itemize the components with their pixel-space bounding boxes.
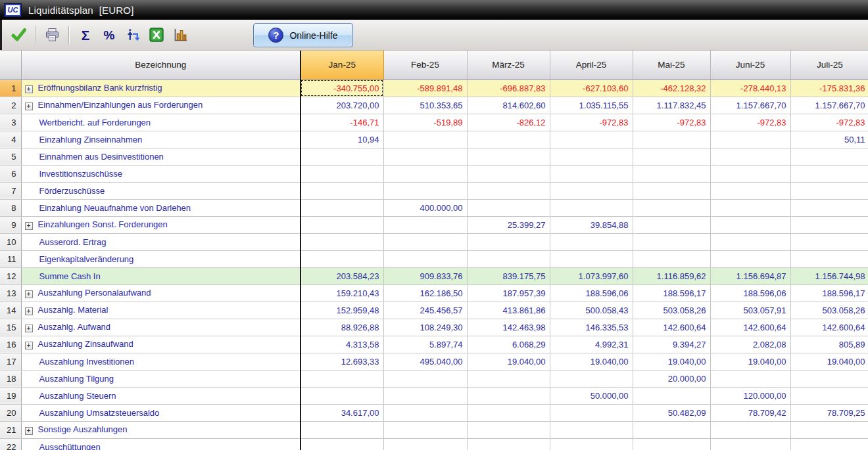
row-label-cell[interactable]: Ausschüttungen bbox=[21, 438, 301, 450]
value-cell[interactable]: 188.596,17 bbox=[790, 284, 868, 302]
confirm-button[interactable] bbox=[7, 23, 30, 47]
value-cell[interactable] bbox=[550, 438, 633, 450]
row-label-cell[interactable]: Summe Cash In bbox=[21, 267, 301, 284]
value-cell[interactable]: 146.335,53 bbox=[550, 319, 633, 336]
value-cell[interactable]: 500.058,43 bbox=[550, 302, 633, 319]
value-cell[interactable]: 19.040,00 bbox=[710, 353, 790, 370]
value-cell[interactable]: -146,71 bbox=[301, 114, 383, 131]
value-cell[interactable] bbox=[467, 387, 550, 404]
excel-export-button[interactable] bbox=[145, 23, 168, 47]
value-cell[interactable] bbox=[550, 250, 633, 267]
value-cell[interactable] bbox=[633, 199, 710, 216]
expand-plus-icon[interactable]: + bbox=[25, 102, 33, 110]
column-header-juni-25[interactable]: Juni-25 bbox=[710, 51, 790, 79]
value-cell[interactable] bbox=[550, 131, 633, 148]
row-label-cell[interactable]: Einzahlung Zinseinnahmen bbox=[21, 131, 301, 148]
row-label-cell[interactable]: +Auszahlung Personalaufwand bbox=[21, 284, 301, 302]
value-cell[interactable]: 108.249,30 bbox=[383, 319, 467, 336]
value-cell[interactable] bbox=[710, 233, 790, 250]
value-cell[interactable] bbox=[710, 165, 790, 182]
print-button[interactable] bbox=[40, 23, 64, 47]
value-cell[interactable] bbox=[467, 233, 550, 250]
value-cell[interactable]: 19.040,00 bbox=[550, 353, 633, 370]
value-cell[interactable] bbox=[550, 148, 633, 165]
value-cell[interactable] bbox=[467, 438, 550, 450]
row-number[interactable]: 7 bbox=[0, 182, 21, 199]
value-cell[interactable]: 50.000,00 bbox=[550, 387, 633, 404]
row-number[interactable]: 12 bbox=[0, 267, 21, 284]
value-cell[interactable]: 4.313,58 bbox=[301, 336, 383, 353]
row-number[interactable]: 15 bbox=[0, 319, 21, 336]
value-cell[interactable]: 12.693,33 bbox=[301, 353, 383, 370]
value-cell[interactable] bbox=[301, 421, 383, 438]
value-cell[interactable]: -627.103,60 bbox=[550, 79, 633, 97]
value-cell[interactable] bbox=[383, 131, 467, 148]
value-cell[interactable]: -175.831,36 bbox=[790, 79, 868, 97]
value-cell[interactable]: 39.854,88 bbox=[550, 216, 633, 233]
value-cell[interactable] bbox=[550, 199, 633, 216]
column-header-bezeichnung[interactable]: Bezeichnung bbox=[21, 51, 301, 79]
value-cell[interactable] bbox=[383, 421, 467, 438]
value-cell[interactable]: 159.210,43 bbox=[301, 284, 383, 302]
row-number[interactable]: 4 bbox=[0, 131, 21, 148]
row-label-cell[interactable]: +Einnahmen/Einzahlungen aus Forderungen bbox=[21, 97, 301, 114]
value-cell[interactable] bbox=[301, 370, 383, 387]
value-cell[interactable] bbox=[467, 182, 550, 199]
value-cell[interactable] bbox=[383, 182, 467, 199]
value-cell[interactable] bbox=[633, 421, 710, 438]
chart-button[interactable] bbox=[168, 23, 192, 47]
value-cell[interactable] bbox=[383, 148, 467, 165]
value-cell[interactable] bbox=[383, 438, 467, 450]
value-cell[interactable] bbox=[633, 438, 710, 450]
value-cell[interactable] bbox=[301, 216, 383, 233]
value-cell[interactable] bbox=[790, 233, 868, 250]
value-cell[interactable]: 245.456,57 bbox=[383, 302, 467, 319]
value-cell[interactable] bbox=[550, 404, 633, 421]
value-cell[interactable] bbox=[790, 387, 868, 404]
value-cell[interactable] bbox=[301, 165, 383, 182]
value-cell[interactable]: 142.600,64 bbox=[790, 319, 868, 336]
value-cell[interactable]: 503.058,26 bbox=[790, 302, 868, 319]
value-cell[interactable]: 503.057,91 bbox=[710, 302, 790, 319]
row-label-cell[interactable]: +Sonstige Auszahlungen bbox=[21, 421, 301, 438]
row-number[interactable]: 20 bbox=[0, 404, 21, 421]
column-header-jan-25[interactable]: Jan-25 bbox=[301, 51, 383, 79]
value-cell[interactable]: -519,89 bbox=[383, 114, 467, 131]
value-cell[interactable]: 142.600,64 bbox=[710, 319, 790, 336]
column-header-mai-25[interactable]: Mai-25 bbox=[633, 51, 710, 79]
value-cell[interactable] bbox=[467, 199, 550, 216]
row-number[interactable]: 10 bbox=[0, 233, 21, 250]
value-cell[interactable] bbox=[633, 131, 710, 148]
value-cell[interactable]: 142.600,64 bbox=[633, 319, 710, 336]
value-cell[interactable] bbox=[633, 182, 710, 199]
value-cell[interactable]: 1.157.667,70 bbox=[790, 97, 868, 114]
value-cell[interactable]: 814.602,60 bbox=[467, 97, 550, 114]
value-cell[interactable] bbox=[467, 148, 550, 165]
value-cell[interactable] bbox=[301, 250, 383, 267]
row-label-cell[interactable]: Einnahmen aus Desinvestitionen bbox=[21, 148, 301, 165]
value-cell[interactable]: 120.000,00 bbox=[710, 387, 790, 404]
value-cell[interactable]: 495.040,00 bbox=[383, 353, 467, 370]
value-cell[interactable]: 1.073.997,60 bbox=[550, 267, 633, 284]
value-cell[interactable]: -826,12 bbox=[467, 114, 550, 131]
value-cell[interactable]: -696.887,83 bbox=[467, 79, 550, 97]
value-cell[interactable] bbox=[633, 250, 710, 267]
row-number[interactable]: 17 bbox=[0, 353, 21, 370]
value-cell[interactable] bbox=[467, 131, 550, 148]
row-number[interactable]: 16 bbox=[0, 336, 21, 353]
value-cell[interactable] bbox=[710, 250, 790, 267]
value-cell[interactable]: 50.482,09 bbox=[633, 404, 710, 421]
value-cell[interactable]: 162.186,50 bbox=[383, 284, 467, 302]
value-cell[interactable]: 1.116.859,62 bbox=[633, 267, 710, 284]
value-cell[interactable]: 50,11 bbox=[790, 131, 868, 148]
value-cell[interactable] bbox=[383, 233, 467, 250]
value-cell[interactable] bbox=[710, 216, 790, 233]
value-cell[interactable]: -589.891,48 bbox=[383, 79, 467, 97]
value-cell[interactable] bbox=[383, 216, 467, 233]
value-cell[interactable]: 20.000,00 bbox=[633, 370, 710, 387]
value-cell[interactable] bbox=[383, 250, 467, 267]
value-cell[interactable]: 805,89 bbox=[790, 336, 868, 353]
value-cell[interactable] bbox=[383, 404, 467, 421]
expand-plus-icon[interactable]: + bbox=[25, 307, 33, 315]
percent-button[interactable]: % bbox=[97, 23, 121, 47]
